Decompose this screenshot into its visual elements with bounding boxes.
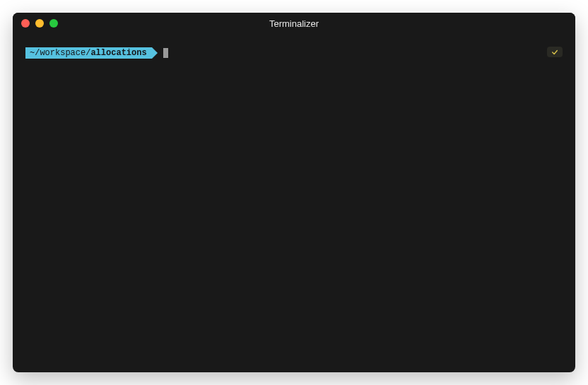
- prompt-path-prefix: ~/workspace/: [30, 47, 90, 59]
- status-badge: [547, 47, 563, 57]
- minimize-button[interactable]: [35, 19, 44, 28]
- maximize-button[interactable]: [49, 19, 58, 28]
- cursor: [163, 48, 168, 58]
- terminal-body[interactable]: ~/workspace/allocations: [13, 34, 575, 372]
- traffic-lights: [21, 19, 58, 28]
- prompt-arrow-icon: [152, 47, 158, 59]
- prompt-path-current: allocations: [90, 47, 146, 59]
- titlebar[interactable]: Terminalizer: [13, 13, 575, 34]
- close-button[interactable]: [21, 19, 30, 28]
- terminal-window: Terminalizer ~/workspace/allocations: [13, 13, 575, 372]
- prompt-path: ~/workspace/allocations: [25, 47, 152, 59]
- check-icon: [551, 49, 558, 56]
- prompt-line: ~/workspace/allocations: [25, 47, 563, 59]
- window-title: Terminalizer: [269, 18, 319, 29]
